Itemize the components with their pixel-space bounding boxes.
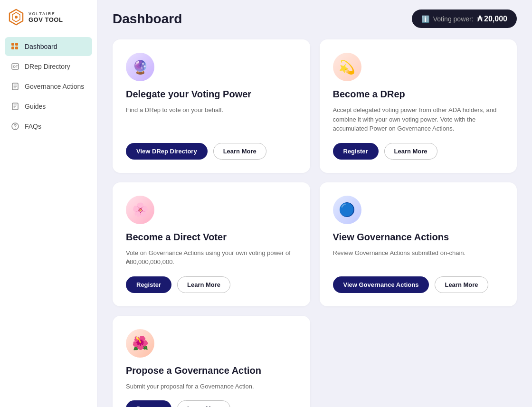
card-propose-description: Submit your proposal for a Governance Ac… (126, 382, 297, 391)
card-become-drep: 💫 Become a DRep Accept delegated voting … (320, 39, 517, 173)
faqs-icon (10, 122, 20, 131)
drep-learn-more-button[interactable]: Learn More (384, 143, 437, 160)
logo-govtool-text: GOV TOOL (28, 16, 63, 23)
drep-icon: 💫 (333, 53, 361, 81)
voter-learn-more-button[interactable]: Learn More (177, 276, 230, 293)
drep-directory-icon (10, 62, 20, 71)
govtool-logo-icon (8, 9, 25, 26)
propose-button[interactable]: Propose (126, 400, 171, 407)
card-propose-actions: Propose Learn More (126, 400, 297, 407)
governance-learn-more-button[interactable]: Learn More (435, 276, 488, 293)
view-drep-directory-button[interactable]: View DRep Directory (126, 143, 208, 160)
guides-icon (10, 102, 20, 111)
card-governance-description: Review Governance Actions submitted on-c… (333, 248, 504, 267)
logo-text: VOLTAIRE GOV TOOL (28, 11, 63, 23)
card-propose: 🌺 Propose a Governance Action Submit you… (113, 316, 310, 407)
voting-power-label: Voting power: (433, 15, 474, 23)
propose-icon: 🌺 (126, 329, 154, 358)
sidebar-item-dashboard[interactable]: Dashboard (5, 37, 92, 56)
drep-directory-label: DRep Directory (25, 63, 70, 70)
dashboard-label: Dashboard (25, 43, 57, 50)
delegate-icon: 🔮 (126, 53, 154, 81)
info-icon: ℹ️ (421, 15, 429, 23)
sidebar-item-guides[interactable]: Guides (5, 97, 92, 116)
card-delegate-actions: View DRep Directory Learn More (126, 143, 297, 160)
governance-actions-label: Governance Actions (25, 83, 84, 90)
cards-grid: 🔮 Delegate your Voting Power Find a DRep… (97, 36, 532, 407)
voting-power-value: ₳ 20,000 (477, 14, 507, 23)
view-governance-button[interactable]: View Governance Actions (333, 276, 429, 293)
page-title: Dashboard (113, 11, 182, 27)
guides-label: Guides (25, 103, 46, 110)
card-drep-actions: Register Learn More (333, 143, 504, 160)
main-header: Dashboard ℹ️ Voting power: ₳ 20,000 (97, 0, 532, 36)
svg-rect-5 (11, 47, 14, 49)
sidebar-item-faqs[interactable]: FAQs (5, 117, 92, 136)
card-delegate-description: Find a DRep to vote on your behalf. (126, 105, 297, 133)
card-propose-title: Propose a Governance Action (126, 365, 297, 376)
card-drep-title: Become a DRep (333, 89, 504, 100)
card-governance-actions-row: View Governance Actions Learn More (333, 276, 504, 293)
dashboard-icon (10, 42, 20, 51)
card-drep-description: Accept delegated voting power from other… (333, 105, 504, 133)
governance-actions-icon: 🔵 (333, 196, 361, 224)
main-content: Dashboard ℹ️ Voting power: ₳ 20,000 🔮 De… (97, 0, 532, 407)
governance-icon (10, 82, 20, 91)
voting-power-badge: ℹ️ Voting power: ₳ 20,000 (412, 9, 517, 28)
svg-rect-3 (11, 43, 14, 46)
svg-point-2 (15, 16, 18, 19)
sidebar-item-drep-directory[interactable]: DRep Directory (5, 57, 92, 76)
card-direct-voter: 🌸 Become a Direct Voter Vote on Governan… (113, 182, 310, 306)
svg-rect-6 (15, 47, 18, 49)
card-voter-actions: Register Learn More (126, 276, 297, 293)
delegate-learn-more-button[interactable]: Learn More (213, 143, 266, 160)
register-voter-button[interactable]: Register (126, 276, 171, 293)
voter-icon: 🌸 (126, 196, 154, 224)
logo-voltaire-text: VOLTAIRE (28, 11, 63, 16)
sidebar-nav: Dashboard DRep Directory (0, 37, 97, 407)
sidebar-item-governance-actions[interactable]: Governance Actions (5, 77, 92, 96)
faqs-label: FAQs (25, 123, 41, 130)
card-view-governance: 🔵 View Governance Actions Review Governa… (320, 182, 517, 306)
card-delegate-title: Delegate your Voting Power (126, 89, 297, 100)
svg-point-12 (15, 128, 15, 128)
sidebar-logo: VOLTAIRE GOV TOOL (0, 0, 97, 37)
app-container: VOLTAIRE GOV TOOL Dashboard (0, 0, 532, 407)
svg-rect-4 (15, 43, 18, 46)
card-governance-title: View Governance Actions (333, 232, 504, 243)
svg-point-8 (13, 66, 15, 67)
card-delegate: 🔮 Delegate your Voting Power Find a DRep… (113, 39, 310, 173)
sidebar: VOLTAIRE GOV TOOL Dashboard (0, 0, 97, 407)
register-drep-button[interactable]: Register (333, 143, 379, 160)
card-voter-description: Vote on Governance Actions using your ow… (126, 248, 297, 267)
card-voter-title: Become a Direct Voter (126, 232, 297, 243)
propose-learn-more-button[interactable]: Learn More (177, 400, 230, 407)
